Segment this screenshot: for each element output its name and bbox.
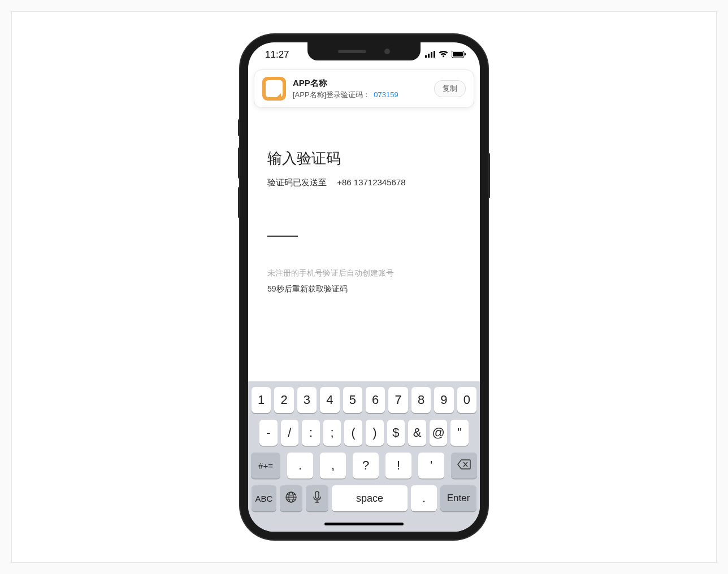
key-quote[interactable]: " <box>450 420 469 446</box>
svg-rect-10 <box>315 492 319 498</box>
sent-to-line: 验证码已发送至 +86 13712345678 <box>267 177 461 188</box>
verification-code-input[interactable] <box>267 221 461 237</box>
key-dot-bottom[interactable]: . <box>411 485 437 511</box>
key-backspace[interactable] <box>451 453 477 479</box>
front-camera <box>384 49 390 54</box>
key-space[interactable]: space <box>332 485 408 511</box>
key-1[interactable]: 1 <box>252 387 271 413</box>
key-semicolon[interactable]: ; <box>323 420 341 446</box>
key-4[interactable]: 4 <box>320 387 339 413</box>
key-7[interactable]: 7 <box>388 387 408 413</box>
resend-countdown: 59秒后重新获取验证码 <box>267 284 461 294</box>
phone-screen: 11:27 A <box>248 42 480 532</box>
svg-rect-1 <box>428 54 430 58</box>
globe-icon <box>285 491 297 506</box>
signal-icon <box>425 49 435 60</box>
key-slash[interactable]: / <box>281 420 299 446</box>
key-2[interactable]: 2 <box>274 387 293 413</box>
svg-rect-6 <box>465 53 466 55</box>
key-enter[interactable]: Enter <box>440 485 476 511</box>
svg-rect-0 <box>425 55 427 58</box>
notification-code: 073159 <box>374 90 398 99</box>
keyboard-row-4: ABC space . Enter <box>252 485 476 511</box>
code-cursor <box>267 221 298 237</box>
auto-register-hint: 未注册的手机号验证后自动创建账号 <box>267 268 461 279</box>
notification-message: [APP名称]登录验证码：073159 <box>293 90 427 100</box>
battery-icon <box>452 49 466 60</box>
key-globe[interactable] <box>280 485 302 511</box>
key-comma[interactable]: , <box>320 453 346 479</box>
key-5[interactable]: 5 <box>343 387 362 413</box>
app-icon <box>262 77 286 101</box>
key-question[interactable]: ? <box>353 453 379 479</box>
notification-app-name: APP名称 <box>293 78 427 89</box>
notification-body: APP名称 [APP名称]登录验证码：073159 <box>293 78 427 100</box>
status-time: 11:27 <box>265 49 289 60</box>
svg-rect-5 <box>453 52 463 56</box>
keyboard-row-2: - / : ; ( ) $ & @ " <box>252 420 476 446</box>
canvas: 11:27 A <box>11 11 717 563</box>
key-9[interactable]: 9 <box>434 387 453 413</box>
sms-notification[interactable]: APP名称 [APP名称]登录验证码：073159 复制 <box>254 69 474 108</box>
key-lparen[interactable]: ( <box>344 420 362 446</box>
volume-up-button <box>238 147 240 179</box>
key-0[interactable]: 0 <box>457 387 476 413</box>
phone-frame: 11:27 A <box>240 34 488 540</box>
power-button <box>488 153 490 198</box>
key-exclaim[interactable]: ! <box>385 453 411 479</box>
microphone-icon <box>313 491 322 506</box>
sent-label: 验证码已发送至 <box>267 177 327 187</box>
svg-rect-2 <box>431 52 432 58</box>
wifi-icon <box>439 49 448 60</box>
key-period[interactable]: . <box>287 453 313 479</box>
mute-switch <box>238 119 240 136</box>
page-title: 输入验证码 <box>267 149 461 168</box>
key-apostrophe[interactable]: ' <box>418 453 444 479</box>
key-symbols[interactable]: #+= <box>251 453 280 479</box>
key-dollar[interactable]: $ <box>387 420 405 446</box>
home-indicator[interactable] <box>324 523 404 525</box>
sent-phone-number: +86 13712345678 <box>337 177 405 187</box>
notification-prefix: [APP名称]登录验证码： <box>293 90 370 99</box>
speaker <box>338 50 366 53</box>
keyboard-row-3: #+= . , ? ! ' <box>252 453 476 479</box>
key-rparen[interactable]: ) <box>366 420 384 446</box>
copy-button[interactable]: 复制 <box>434 80 466 97</box>
backspace-icon <box>457 459 471 472</box>
keyboard: 1 2 3 4 5 6 7 8 9 0 - / : ; ( ) <box>248 381 480 516</box>
home-indicator-area <box>248 516 480 532</box>
key-colon[interactable]: : <box>302 420 320 446</box>
key-8[interactable]: 8 <box>411 387 431 413</box>
keyboard-row-1: 1 2 3 4 5 6 7 8 9 0 <box>252 387 476 413</box>
notch <box>307 42 421 60</box>
key-amp[interactable]: & <box>408 420 426 446</box>
key-dash[interactable]: - <box>259 420 278 446</box>
content-area: 输入验证码 验证码已发送至 +86 13712345678 未注册的手机号验证后… <box>248 108 480 381</box>
key-abc[interactable]: ABC <box>252 485 276 511</box>
key-at[interactable]: @ <box>430 420 448 446</box>
key-3[interactable]: 3 <box>297 387 317 413</box>
svg-rect-3 <box>434 51 435 58</box>
key-mic[interactable] <box>306 485 328 511</box>
status-right <box>425 49 466 60</box>
volume-down-button <box>238 187 240 218</box>
key-6[interactable]: 6 <box>366 387 385 413</box>
